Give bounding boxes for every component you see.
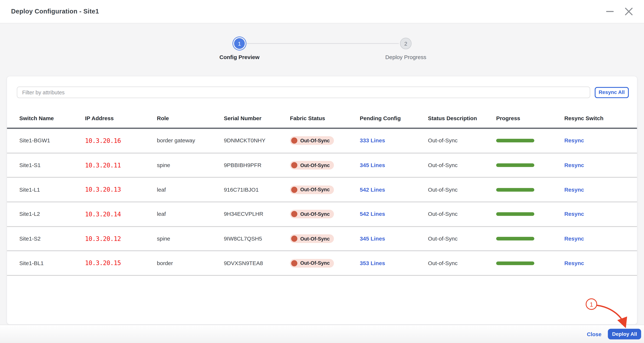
column-header: Resync Switch xyxy=(564,115,629,121)
role-cell: spine xyxy=(157,236,224,242)
resync-cell: Resync xyxy=(564,162,629,168)
pending-config-link[interactable]: 353 Lines xyxy=(360,260,385,266)
table-row: Site1-S1 10.3.20.11 spine 9PBBIBH9PFR Ou… xyxy=(7,153,637,178)
stepper-connector-line xyxy=(247,43,399,44)
progress-bar xyxy=(496,163,534,167)
close-icon[interactable] xyxy=(624,7,633,16)
pending-config-link[interactable]: 345 Lines xyxy=(360,236,385,242)
table-header-row: Switch NameIP AddressRoleSerial NumberFa… xyxy=(7,109,637,129)
ip-address-cell: 10.3.20.15 xyxy=(85,260,157,267)
deploy-configuration-dialog: Deploy Configuration - Site1 1 2 Config … xyxy=(0,0,644,343)
fabric-status-badge: Out-Of-Sync xyxy=(290,136,334,145)
pending-config-cell: 353 Lines xyxy=(360,260,428,266)
resync-link[interactable]: Resync xyxy=(564,260,584,266)
filter-input[interactable] xyxy=(17,87,590,98)
serial-number-cell: 916C71IBJO1 xyxy=(224,187,290,193)
progress-bar xyxy=(496,188,534,192)
switch-name-cell: Site1-L1 xyxy=(19,187,85,193)
role-cell: leaf xyxy=(157,211,224,217)
status-dot-icon xyxy=(291,260,297,266)
column-header: IP Address xyxy=(85,115,157,121)
fabric-status-cell: Out-Of-Sync xyxy=(290,185,360,194)
column-header: Serial Number xyxy=(224,115,290,121)
ip-address-cell: 10.3.20.14 xyxy=(85,210,157,218)
window-controls xyxy=(606,7,633,16)
progress-bar xyxy=(496,139,534,142)
stepper-step-1-label: Config Preview xyxy=(194,54,285,60)
progress-bar xyxy=(496,261,534,265)
resync-cell: Resync xyxy=(564,260,629,266)
stepper-step-1-number: 1 xyxy=(238,40,241,46)
switch-name-cell: Site1-S2 xyxy=(19,236,85,242)
status-description-cell: Out-of-Sync xyxy=(428,236,496,242)
title-bar: Deploy Configuration - Site1 xyxy=(0,0,644,23)
table-row: Site1-L2 10.3.20.14 leaf 9H34ECVPLHR Out… xyxy=(7,202,637,227)
pending-config-link[interactable]: 542 Lines xyxy=(360,187,385,193)
table-toolbar: Resync All xyxy=(7,76,637,98)
ip-address-cell: 10.3.20.16 xyxy=(85,137,157,144)
dialog-body: 1 2 Config Preview Deploy Progress Resyn… xyxy=(0,23,644,325)
annotation-arrow-icon xyxy=(593,299,630,333)
minimize-icon[interactable] xyxy=(606,7,614,16)
fabric-status-badge: Out-Of-Sync xyxy=(290,185,334,194)
pending-config-cell: 542 Lines xyxy=(360,187,428,193)
ip-address-cell: 10.3.20.12 xyxy=(85,235,157,242)
column-header: Progress xyxy=(496,115,564,121)
table-row: Site1-L1 10.3.20.13 leaf 916C71IBJO1 Out… xyxy=(7,178,637,202)
serial-number-cell: 9DVXSN9TEA8 xyxy=(224,260,290,266)
progress-bar-fill xyxy=(496,139,534,142)
table-row: Site1-BL1 10.3.20.15 border 9DVXSN9TEA8 … xyxy=(7,251,637,276)
progress-cell xyxy=(496,139,564,142)
progress-cell xyxy=(496,237,564,241)
status-description-cell: Out-of-Sync xyxy=(428,162,496,168)
switch-name-cell: Site1-BGW1 xyxy=(19,138,85,144)
fabric-status-cell: Out-Of-Sync xyxy=(290,210,360,219)
fabric-status-badge: Out-Of-Sync xyxy=(290,259,334,268)
pending-config-cell: 345 Lines xyxy=(360,162,428,168)
stepper-step-2-number: 2 xyxy=(404,40,407,46)
pending-config-cell: 345 Lines xyxy=(360,236,428,242)
serial-number-cell: 9DNMCKT0NHY xyxy=(224,138,290,144)
pending-config-link[interactable]: 542 Lines xyxy=(360,211,385,217)
progress-bar-fill xyxy=(496,163,534,167)
progress-cell xyxy=(496,261,564,265)
progress-bar xyxy=(496,212,534,216)
resync-all-button[interactable]: Resync All xyxy=(594,87,629,98)
status-dot-icon xyxy=(291,138,297,144)
footer-bar: Close Deploy All xyxy=(0,325,644,343)
resync-link[interactable]: Resync xyxy=(564,162,584,168)
resync-link[interactable]: Resync xyxy=(564,236,584,242)
table-row: Site1-BGW1 10.3.20.16 border gateway 9DN… xyxy=(7,129,637,153)
resync-cell: Resync xyxy=(564,187,629,193)
column-header: Role xyxy=(157,115,224,121)
pending-config-link[interactable]: 345 Lines xyxy=(360,162,385,168)
role-cell: border xyxy=(157,260,224,266)
column-header: Switch Name xyxy=(19,115,85,121)
fabric-status-cell: Out-Of-Sync xyxy=(290,161,360,170)
switch-name-cell: Site1-L2 xyxy=(19,211,85,217)
fabric-status-cell: Out-Of-Sync xyxy=(290,234,360,243)
progress-cell xyxy=(496,212,564,216)
table-body: Site1-BGW1 10.3.20.16 border gateway 9DN… xyxy=(7,129,637,276)
status-dot-icon xyxy=(291,162,297,168)
switch-table: Switch NameIP AddressRoleSerial NumberFa… xyxy=(7,109,637,276)
status-dot-icon xyxy=(291,187,297,193)
switch-name-cell: Site1-BL1 xyxy=(19,260,85,266)
progress-bar-fill xyxy=(496,188,534,192)
stepper-step-1-circle: 1 xyxy=(234,38,245,49)
dialog-title: Deploy Configuration - Site1 xyxy=(11,8,99,15)
resync-link[interactable]: Resync xyxy=(564,187,584,193)
pending-config-link[interactable]: 333 Lines xyxy=(360,138,385,144)
pending-config-cell: 542 Lines xyxy=(360,211,428,217)
progress-cell xyxy=(496,188,564,192)
status-description-cell: Out-of-Sync xyxy=(428,260,496,266)
resync-cell: Resync xyxy=(564,211,629,217)
fabric-status-cell: Out-Of-Sync xyxy=(290,136,360,145)
role-cell: spine xyxy=(157,162,224,168)
resync-cell: Resync xyxy=(564,236,629,242)
resync-link[interactable]: Resync xyxy=(564,211,584,217)
resync-link[interactable]: Resync xyxy=(564,138,584,144)
serial-number-cell: 9IW8CL7QSH5 xyxy=(224,236,290,242)
fabric-status-badge: Out-Of-Sync xyxy=(290,234,334,243)
table-row: Site1-S2 10.3.20.12 spine 9IW8CL7QSH5 Ou… xyxy=(7,227,637,251)
